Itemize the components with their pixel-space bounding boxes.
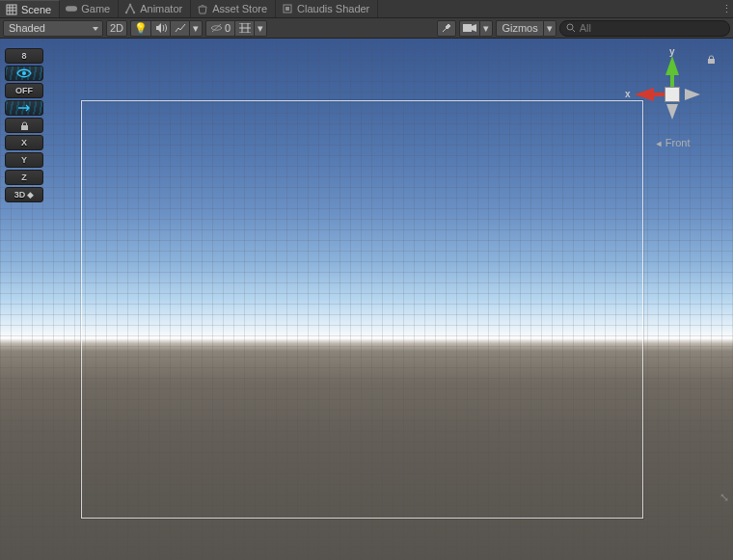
camera-icon [463,23,476,33]
chevron-down-icon: ▾ [547,22,553,35]
tab-scene[interactable]: Scene [0,0,60,17]
eye-off-icon [210,23,223,33]
overlay-x-button[interactable]: X [5,135,43,150]
arrow-icon [16,103,32,113]
overlay-label: Z [21,173,27,182]
tab-label: Scene [21,4,51,15]
hidden-objects-toggle[interactable]: 0 [205,20,234,37]
tab-asset-store[interactable]: Asset Store [191,0,276,17]
overlay-label: Y [21,155,27,165]
svg-point-7 [133,12,135,13]
gizmos-dropdown[interactable]: ▾ [543,20,557,37]
overlay-layers-button[interactable]: 8 [5,48,43,64]
scene-toolbar: Shaded 2D 💡 ▾ 0 ▾ ▾ Gizmos ▾ [0,18,733,39]
overlay-label: OFF [15,86,33,95]
shader-icon [282,3,293,14]
grid-dropdown[interactable]: ▾ [254,20,267,37]
overlay-off-button[interactable]: OFF [5,83,43,98]
overlay-move-button[interactable] [5,100,43,116]
search-input[interactable] [580,22,723,34]
tab-custom-shader[interactable]: Claudis Shader [276,0,378,17]
scene-overlay-stack: 8 OFF X Y Z 3D◆ [5,48,43,202]
overlay-label: X [21,138,27,147]
svg-rect-16 [21,125,28,130]
svg-point-6 [125,12,127,13]
camera-group: ▾ [459,20,493,37]
tab-spacer [378,0,719,17]
hidden-count: 0 [225,22,231,34]
tab-bar: Scene Game Animator Asset Store Claudis … [0,0,733,18]
store-icon [197,3,208,14]
fx-dropdown[interactable]: ▾ [189,20,203,37]
overlay-lock-button[interactable] [5,118,43,133]
tab-label: Claudis Shader [297,3,369,14]
view-options-group: 💡 ▾ [130,20,203,37]
svg-point-15 [22,71,26,75]
scene-viewport[interactable]: 8 OFF X Y Z 3D◆ y x Front ⤡ [0,39,733,560]
fx-icon [175,23,186,33]
chevron-down-icon: ▾ [483,22,489,35]
chevron-down-icon: ▾ [193,22,199,35]
overlay-label: 3D [14,190,26,200]
overlay-3d-button[interactable]: 3D◆ [5,187,43,202]
scene-icon [6,4,17,15]
grid-icon [239,23,251,33]
tab-label: Asset Store [212,3,267,14]
overlay-visibility-button[interactable] [5,66,43,81]
toggle-2d-button[interactable]: 2D [106,20,127,37]
eye-icon [16,68,32,78]
tools-icon [441,22,452,34]
shading-mode-dropdown[interactable]: Shaded [3,20,103,37]
toggle-2d-label: 2D [110,22,123,34]
cube-icon: ◆ [27,190,34,200]
overlay-y-button[interactable]: Y [5,152,43,168]
overlay-label: 8 [21,51,26,61]
svg-rect-0 [7,5,16,14]
tab-label: Game [81,3,110,14]
svg-point-8 [129,4,131,6]
gizmos-toggle[interactable]: Gizmos [496,20,542,37]
overlay-z-button[interactable]: Z [5,170,43,185]
lock-icon [20,120,29,131]
audio-toggle[interactable] [150,20,170,37]
svg-line-14 [572,30,575,33]
camera-dropdown[interactable]: ▾ [479,20,493,37]
tab-menu-button[interactable]: ⋮ [719,0,733,17]
resize-handle-icon[interactable]: ⤡ [719,491,729,504]
svg-point-13 [567,24,573,30]
svg-rect-12 [463,24,472,32]
search-field[interactable] [559,20,730,37]
gizmos-label: Gizmos [502,22,537,34]
lighting-toggle[interactable]: 💡 [130,20,150,37]
visibility-group: 0 ▾ [205,20,267,37]
shading-mode-label: Shaded [9,22,45,34]
search-icon [566,23,576,33]
tab-animator[interactable]: Animator [119,0,191,17]
tools-button[interactable] [437,20,456,37]
fx-toggle[interactable] [170,20,189,37]
tab-label: Animator [140,3,182,14]
audio-icon [155,23,167,33]
gizmos-group: Gizmos ▾ [496,20,556,37]
chevron-down-icon: ▾ [258,22,263,35]
svg-rect-5 [66,6,77,12]
svg-line-11 [212,24,221,32]
gamepad-icon [66,3,77,14]
camera-button[interactable] [459,20,479,37]
svg-rect-10 [285,7,289,11]
grid-toggle[interactable] [234,20,254,37]
light-icon: 💡 [134,22,148,35]
tab-game[interactable]: Game [60,0,119,17]
grid-overlay [0,39,733,560]
animator-icon [124,3,136,14]
